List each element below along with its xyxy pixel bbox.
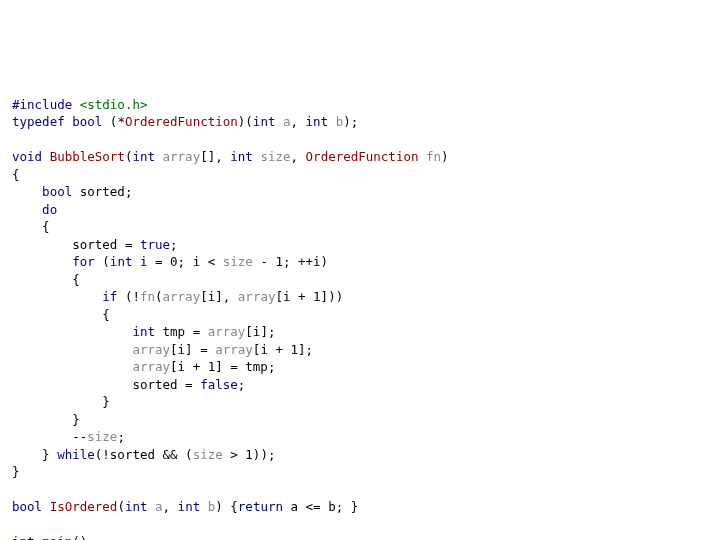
type-bool: bool bbox=[42, 184, 72, 199]
indent bbox=[12, 324, 132, 339]
txt: ( bbox=[95, 254, 110, 269]
preproc-include: #include bbox=[12, 97, 80, 112]
txt: ) bbox=[441, 149, 449, 164]
type-void: void bbox=[12, 149, 42, 164]
txt: > 1)); bbox=[223, 447, 276, 462]
txt: sorted = bbox=[12, 377, 200, 392]
var-array: array bbox=[215, 342, 253, 357]
code-listing: #include <stdio.h> typedef bool (*Ordere… bbox=[12, 78, 708, 540]
txt: [i + 1]; bbox=[253, 342, 313, 357]
txt bbox=[200, 499, 208, 514]
type-int: int bbox=[178, 499, 201, 514]
txt bbox=[155, 149, 163, 164]
type-orderedfunction: OrderedFunction bbox=[306, 149, 419, 164]
kw-true: true bbox=[140, 237, 170, 252]
kw-do: do bbox=[42, 202, 57, 217]
txt: ; bbox=[170, 237, 178, 252]
kw-for: for bbox=[72, 254, 95, 269]
param-size: size bbox=[260, 149, 290, 164]
txt: [i]; bbox=[245, 324, 275, 339]
brace-close: } bbox=[12, 412, 80, 427]
txt: , bbox=[163, 499, 178, 514]
include-header: <stdio.h> bbox=[80, 97, 148, 112]
txt bbox=[418, 149, 426, 164]
brace-close: } bbox=[12, 464, 20, 479]
fn-isordered: IsOrdered bbox=[50, 499, 118, 514]
indent bbox=[12, 184, 42, 199]
type-int: int bbox=[132, 149, 155, 164]
var-size: size bbox=[223, 254, 253, 269]
var-array: array bbox=[132, 342, 170, 357]
txt bbox=[42, 149, 50, 164]
var-size: size bbox=[87, 429, 117, 444]
type-int: int bbox=[230, 149, 253, 164]
txt: ( bbox=[117, 499, 125, 514]
txt: [], bbox=[200, 149, 230, 164]
txt: ; bbox=[117, 429, 125, 444]
txt: - 1; ++i) bbox=[253, 254, 328, 269]
type-int: int bbox=[12, 534, 35, 540]
txt: () bbox=[72, 534, 87, 540]
kw-while: while bbox=[57, 447, 95, 462]
type-int: int bbox=[110, 254, 133, 269]
txt: ) { bbox=[215, 499, 238, 514]
txt: [i] = bbox=[170, 342, 215, 357]
param-fn: fn bbox=[426, 149, 441, 164]
type-bool: bool bbox=[72, 114, 102, 129]
txt: [i + 1])) bbox=[275, 289, 343, 304]
txt: (!sorted && ( bbox=[95, 447, 193, 462]
var-array: array bbox=[163, 289, 201, 304]
txt: , bbox=[291, 149, 306, 164]
txt: ); bbox=[343, 114, 358, 129]
indent bbox=[12, 289, 102, 304]
txt bbox=[42, 499, 50, 514]
txt bbox=[328, 114, 336, 129]
txt bbox=[147, 499, 155, 514]
brace-open: { bbox=[12, 219, 50, 234]
typedef-name: OrderedFunction bbox=[125, 114, 238, 129]
txt: -- bbox=[12, 429, 87, 444]
txt: (* bbox=[102, 114, 125, 129]
indent bbox=[12, 359, 132, 374]
txt: [i + 1] = tmp; bbox=[170, 359, 275, 374]
indent bbox=[12, 342, 132, 357]
brace-open: { bbox=[12, 272, 80, 287]
txt: tmp = bbox=[155, 324, 208, 339]
kw-if: if bbox=[102, 289, 117, 304]
indent bbox=[12, 254, 72, 269]
txt bbox=[275, 114, 283, 129]
kw-typedef: typedef bbox=[12, 114, 65, 129]
param-a: a bbox=[155, 499, 163, 514]
txt: } bbox=[12, 447, 57, 462]
kw-return: return bbox=[238, 499, 283, 514]
txt: a <= b; } bbox=[283, 499, 358, 514]
type-int: int bbox=[125, 499, 148, 514]
type-int: int bbox=[132, 324, 155, 339]
var-array: array bbox=[238, 289, 276, 304]
txt: , bbox=[291, 114, 306, 129]
var-array: array bbox=[132, 359, 170, 374]
txt: )( bbox=[238, 114, 253, 129]
type-int: int bbox=[306, 114, 329, 129]
brace-close: } bbox=[12, 394, 110, 409]
indent bbox=[12, 202, 42, 217]
txt bbox=[35, 534, 43, 540]
param-array: array bbox=[163, 149, 201, 164]
txt: (! bbox=[117, 289, 140, 304]
txt: sorted = bbox=[12, 237, 140, 252]
txt: sorted; bbox=[72, 184, 132, 199]
var-size: size bbox=[193, 447, 223, 462]
brace-open: { bbox=[12, 167, 20, 182]
txt: i = 0; i < bbox=[132, 254, 222, 269]
fn-main: main bbox=[42, 534, 72, 540]
var-fn: fn bbox=[140, 289, 155, 304]
param-a: a bbox=[283, 114, 291, 129]
var-array: array bbox=[208, 324, 246, 339]
txt: [i], bbox=[200, 289, 238, 304]
type-bool: bool bbox=[12, 499, 42, 514]
txt: ; bbox=[238, 377, 246, 392]
brace-open: { bbox=[12, 307, 110, 322]
kw-false: false bbox=[200, 377, 238, 392]
type-int: int bbox=[253, 114, 276, 129]
fn-bubblesort: BubbleSort bbox=[50, 149, 125, 164]
